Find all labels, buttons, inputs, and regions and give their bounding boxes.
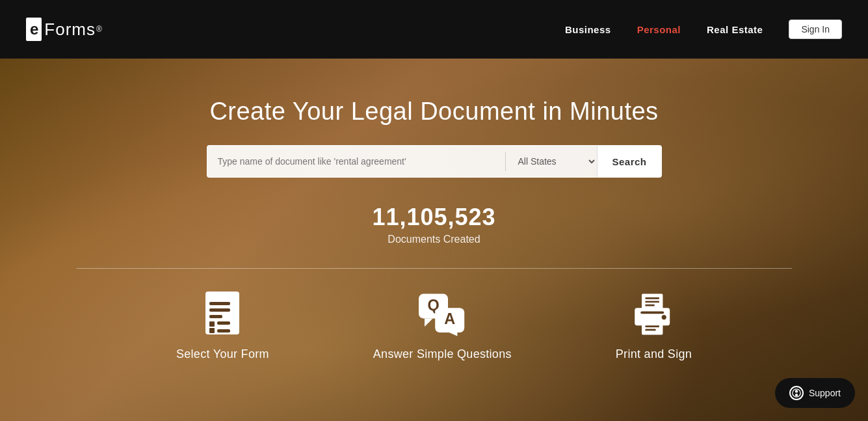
main-nav: Business Personal Real Estate — [565, 24, 763, 35]
step-select-form: Select Your Form — [176, 292, 269, 361]
svg-rect-15 — [646, 297, 660, 299]
step-answer-questions-label: Answer Simple Questions — [373, 347, 512, 361]
svg-rect-19 — [641, 312, 664, 314]
hero-title: Create Your Legal Document in Minutes — [209, 98, 658, 126]
svg-rect-2 — [209, 308, 230, 312]
logo-registered: ® — [96, 25, 102, 34]
logo-forms-text: Forms — [44, 20, 96, 40]
step-print-sign-label: Print and Sign — [616, 347, 692, 361]
svg-rect-7 — [217, 329, 230, 333]
step-print-sign: Print and Sign — [616, 292, 692, 361]
nav-business[interactable]: Business — [565, 24, 611, 35]
print-icon — [630, 292, 677, 338]
step-select-form-label: Select Your Form — [176, 347, 269, 361]
stats-section: 11,105,523 Documents Created — [372, 204, 495, 245]
qa-icon: Q A — [419, 292, 466, 338]
logo[interactable]: e Forms® — [26, 18, 102, 41]
header-right: Business Personal Real Estate Sign In — [565, 20, 842, 39]
nav-real-estate[interactable]: Real Estate — [707, 24, 763, 35]
svg-marker-9 — [425, 318, 433, 327]
search-bar: All StatesAlabamaAlaskaArizonaArkansasCa… — [207, 145, 662, 178]
form-icon — [199, 292, 246, 338]
stats-label: Documents Created — [372, 234, 495, 245]
svg-rect-5 — [209, 328, 215, 333]
steps-section: Select Your Form Q A Answer — [176, 292, 692, 361]
svg-rect-4 — [209, 321, 215, 327]
support-label: Support — [809, 388, 841, 398]
svg-point-20 — [662, 315, 666, 319]
svg-rect-23 — [646, 329, 656, 331]
state-select[interactable]: All StatesAlabamaAlaskaArizonaArkansasCa… — [506, 146, 597, 177]
hero-section: Create Your Legal Document in Minutes Al… — [0, 59, 868, 421]
support-icon — [789, 386, 804, 400]
svg-rect-26 — [795, 394, 798, 396]
nav-personal[interactable]: Personal — [637, 24, 681, 35]
svg-rect-22 — [646, 325, 660, 327]
svg-rect-16 — [646, 301, 660, 303]
svg-rect-1 — [209, 302, 230, 305]
main-header: e Forms® Business Personal Real Estate S… — [0, 0, 868, 59]
svg-rect-21 — [642, 322, 663, 335]
hero-content: Create Your Legal Document in Minutes Al… — [0, 59, 868, 361]
step-answer-questions: Q A Answer Simple Questions — [373, 292, 512, 361]
logo-e-letter: e — [30, 20, 38, 38]
svg-rect-17 — [646, 305, 655, 306]
svg-text:A: A — [445, 310, 456, 327]
search-button[interactable]: Search — [597, 146, 661, 177]
svg-marker-12 — [449, 333, 458, 336]
svg-rect-6 — [217, 321, 230, 325]
support-button[interactable]: Support — [775, 378, 855, 408]
sign-in-button[interactable]: Sign In — [789, 20, 842, 39]
stats-number: 11,105,523 — [372, 204, 495, 231]
svg-point-25 — [795, 390, 798, 392]
svg-rect-3 — [209, 315, 222, 318]
section-divider — [77, 268, 792, 269]
logo-box: e — [26, 18, 42, 41]
search-input[interactable] — [207, 146, 506, 177]
